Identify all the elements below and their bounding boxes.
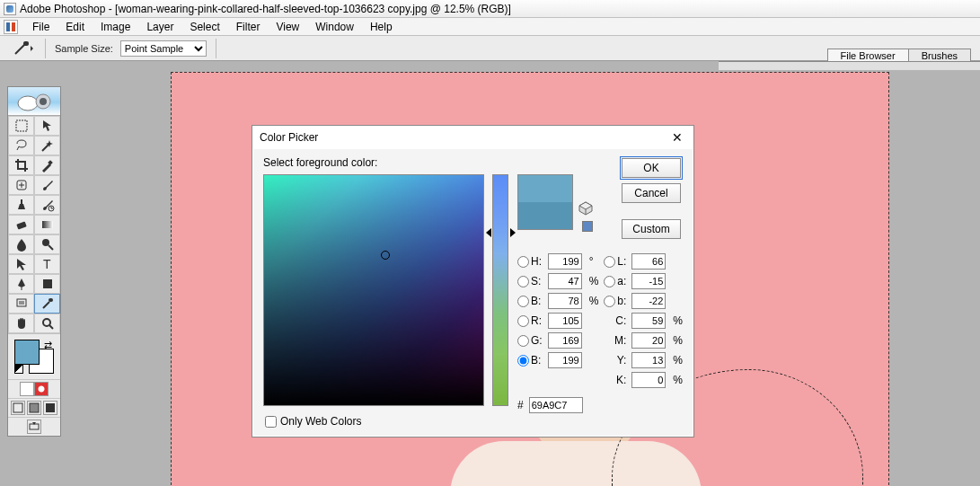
input-g[interactable] — [548, 332, 582, 349]
tool-pen[interactable] — [8, 274, 34, 294]
only-web-colors-label: Only Web Colors — [280, 415, 361, 428]
photoshop-logo-icon — [4, 20, 18, 34]
svg-text:T: T — [43, 257, 51, 271]
tool-eyedropper[interactable] — [34, 294, 60, 314]
menu-window[interactable]: Window — [308, 20, 361, 34]
current-color-swatch[interactable] — [518, 202, 572, 229]
input-hsb-b[interactable] — [548, 293, 582, 309]
tool-hand[interactable] — [8, 314, 34, 333]
sample-size-select[interactable]: Point Sample — [120, 40, 207, 57]
radio-g[interactable]: G: — [517, 334, 543, 347]
menu-edit[interactable]: Edit — [58, 20, 92, 34]
foreground-color-swatch[interactable] — [14, 340, 40, 365]
tool-blur[interactable] — [8, 234, 34, 254]
input-hex[interactable] — [529, 397, 583, 413]
svg-point-2 — [18, 96, 38, 110]
close-icon[interactable]: ✕ — [668, 128, 686, 146]
menu-file[interactable]: File — [25, 20, 57, 34]
tool-magic-wand[interactable] — [34, 136, 60, 155]
dialog-titlebar[interactable]: Color Picker ✕ — [252, 126, 693, 149]
only-web-colors-checkbox[interactable]: Only Web Colors — [265, 415, 361, 428]
hex-label: # — [517, 399, 524, 411]
input-m[interactable] — [631, 332, 666, 349]
tool-path-select[interactable] — [8, 254, 34, 274]
tool-brush[interactable] — [34, 175, 60, 195]
tool-healing-brush[interactable] — [8, 175, 34, 195]
menu-view[interactable]: View — [269, 20, 306, 34]
input-rgb-b[interactable] — [548, 352, 582, 368]
input-c[interactable] — [631, 313, 666, 329]
color-picker-dialog: Color Picker ✕ Select foreground color: — [252, 125, 694, 437]
input-h[interactable] — [548, 253, 582, 270]
sample-size-label: Sample Size: — [55, 43, 113, 54]
jump-to-imageready-icon[interactable] — [27, 420, 41, 434]
ok-button[interactable]: OK — [622, 158, 681, 178]
menu-help[interactable]: Help — [363, 20, 400, 34]
cancel-button[interactable]: Cancel — [622, 183, 681, 203]
radio-lab-b[interactable]: b: — [604, 295, 626, 307]
tool-move[interactable] — [34, 116, 60, 136]
menu-layer[interactable]: Layer — [139, 20, 181, 34]
radio-a[interactable]: a: — [604, 275, 626, 287]
tool-type[interactable]: T — [34, 254, 60, 274]
gamut-warning-icon[interactable] — [578, 201, 593, 216]
input-a[interactable] — [631, 273, 666, 289]
custom-button[interactable]: Custom — [622, 219, 681, 239]
standard-mode-icon[interactable] — [20, 382, 34, 396]
tool-gradient[interactable] — [34, 215, 60, 234]
default-colors-icon[interactable] — [14, 365, 23, 374]
label-m: M: — [604, 334, 626, 347]
input-s[interactable] — [548, 273, 582, 289]
svg-line-26 — [49, 325, 53, 329]
tool-rect-marquee[interactable] — [8, 116, 34, 136]
suffix-pct: % — [673, 374, 683, 386]
websafe-swatch[interactable] — [582, 221, 593, 232]
tool-notes[interactable] — [8, 294, 34, 314]
radio-h[interactable]: H: — [517, 255, 543, 268]
color-swatches: ⇄ — [8, 333, 60, 379]
svg-line-23 — [43, 302, 49, 308]
svg-rect-20 — [17, 299, 26, 306]
tool-clone-stamp[interactable] — [8, 195, 34, 215]
tool-dodge[interactable] — [34, 234, 60, 254]
screen-full-menubar-icon[interactable] — [27, 401, 41, 415]
hue-slider-pointer-right[interactable] — [510, 228, 516, 237]
svg-line-6 — [42, 144, 49, 151]
screen-full-icon[interactable] — [43, 401, 57, 415]
radio-s[interactable]: S: — [517, 275, 543, 287]
tool-eraser[interactable] — [8, 215, 34, 234]
svg-rect-27 — [13, 403, 22, 412]
menu-select[interactable]: Select — [182, 20, 226, 34]
radio-rgb-b[interactable]: B: — [517, 354, 543, 367]
hue-slider-pointer-left[interactable] — [486, 228, 491, 237]
tool-lasso[interactable] — [8, 136, 34, 155]
color-field[interactable] — [263, 174, 484, 406]
input-y[interactable] — [631, 352, 666, 368]
input-r[interactable] — [548, 313, 582, 329]
screen-standard-icon[interactable] — [11, 401, 25, 415]
tool-zoom[interactable] — [34, 314, 60, 333]
svg-point-4 — [40, 98, 47, 105]
radio-r[interactable]: R: — [517, 314, 543, 327]
new-color-swatch — [518, 175, 572, 202]
menu-filter[interactable]: Filter — [229, 20, 268, 34]
tool-slice[interactable] — [34, 155, 60, 175]
quickmask-mode-icon[interactable] — [34, 382, 49, 396]
input-l[interactable] — [631, 253, 666, 270]
titlebar: Adobe Photoshop - [woman-wearing-pink-co… — [0, 0, 980, 18]
color-field-marker[interactable] — [381, 251, 390, 260]
menu-image[interactable]: Image — [93, 20, 137, 34]
radio-l[interactable]: L: — [604, 255, 626, 268]
tool-history-brush[interactable] — [34, 195, 60, 215]
tool-shape[interactable] — [34, 274, 60, 294]
tool-crop[interactable] — [8, 155, 34, 175]
hue-slider[interactable] — [492, 174, 508, 406]
input-k[interactable] — [631, 372, 666, 388]
svg-rect-28 — [30, 403, 39, 412]
eyedropper-tool-icon[interactable] — [13, 40, 36, 57]
swap-colors-icon[interactable]: ⇄ — [44, 340, 52, 351]
palette-strip — [719, 61, 980, 70]
input-lab-b[interactable] — [631, 293, 666, 309]
divider — [216, 39, 216, 58]
radio-hsb-b[interactable]: B: — [517, 295, 543, 307]
